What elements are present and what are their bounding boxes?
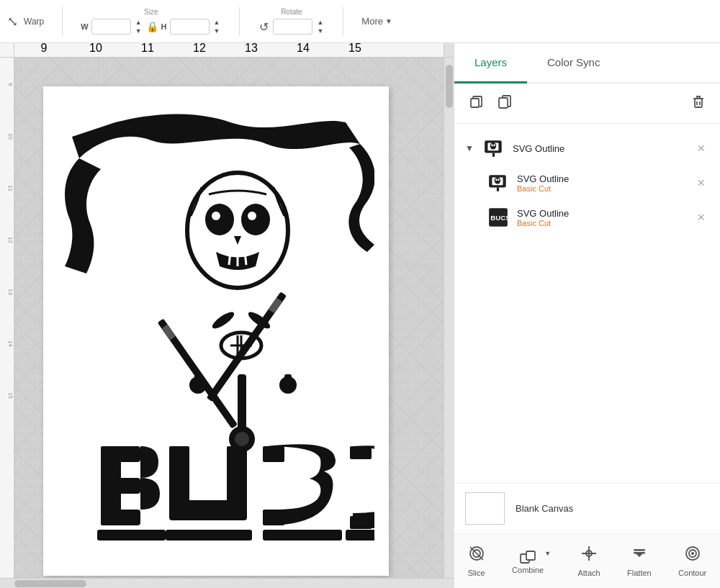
layer-child2-close-btn[interactable]: ✕ [693,210,709,225]
contour-button[interactable]: Contour [670,541,715,581]
contour-svg-icon [684,545,701,562]
rotate-up-btn[interactable]: ▲ [315,19,325,27]
combine-arrow-icon: ▼ [544,550,551,557]
ruler-mark-9: 9 [18,43,70,54]
rotate-down-btn[interactable]: ▼ [315,27,325,35]
ruler-left: 9 10 11 12 13 14 15 [0,58,14,578]
ruler-mark-10: 10 [70,43,122,54]
rotate-input[interactable] [273,19,312,35]
slice-svg-icon [468,545,485,562]
h-up-btn[interactable]: ▲ [212,19,222,27]
rlm-2: 11 [0,161,14,213]
layers-list[interactable]: ▼ SVG Outline [454,124,720,483]
layer-child1-icon [487,171,510,194]
right-panel: Layers Color Sync [454,43,720,588]
canvas-viewport[interactable] [14,58,444,578]
svg-point-25 [235,432,249,446]
w-arrows: ▲ ▼ [134,19,143,35]
blank-canvas-label: Blank Canvas [516,503,573,514]
svg-rect-38 [350,446,372,459]
scroll-right[interactable] [444,58,454,578]
flatten-icon [631,545,648,566]
svg-rect-20 [194,374,202,392]
svg-rect-40 [346,530,374,540]
scroll-bottom[interactable] [0,578,454,588]
h-down-btn[interactable]: ▼ [212,27,222,35]
duplicate-layer-btn[interactable] [465,91,487,116]
height-input[interactable] [170,19,210,35]
layer-chevron-icon[interactable]: ▼ [465,143,475,153]
svg-rect-57 [497,187,499,191]
slice-button[interactable]: Slice [459,541,494,581]
layer-child-item-2[interactable]: BUCS SVG Outline Basic Cut ✕ [476,200,720,235]
divider-3 [343,7,343,36]
divider-2 [239,7,240,36]
canvas-with-rulers: 9 10 11 12 13 14 15 9 10 11 12 13 [0,43,454,588]
scroll-corner [444,43,454,58]
svg-rect-39 [350,516,372,529]
svg-rect-22 [284,374,292,392]
svg-rect-36 [263,510,284,525]
layer-info-child1: SVG Outline Basic Cut [517,173,686,193]
layer-info-group: SVG Outline [513,143,686,154]
combine-button[interactable]: Combine ▼ [503,545,559,578]
layer-child1-close-btn[interactable]: ✕ [693,176,709,190]
ruler-mark-15: 15 [329,43,381,54]
w-down-btn[interactable]: ▼ [134,27,143,35]
scroll-thumb-h[interactable] [14,580,86,587]
blank-canvas-section: Blank Canvas [454,483,720,533]
width-input[interactable] [91,19,131,35]
svg-rect-64 [526,551,535,560]
ruler-top-row: 9 10 11 12 13 14 15 [0,43,454,58]
layer-icon-group [482,137,505,160]
w-up-btn[interactable]: ▲ [134,19,143,27]
w-prefix: W [81,22,88,31]
delete-layer-btn[interactable] [688,91,709,116]
svg-rect-37 [263,530,342,540]
slice-icon [468,545,485,566]
rlm-6: 15 [0,368,14,420]
svg-point-50 [493,144,495,146]
svg-rect-51 [492,153,495,156]
lock-icon[interactable]: 🔒 [146,21,158,32]
divider-1 [62,7,63,36]
svg-rect-35 [263,446,284,462]
ruler-mark-12: 12 [174,43,225,54]
scroll-thumb-v[interactable] [446,65,453,108]
rotate-btn[interactable]: ↺ [258,19,270,35]
tab-color-sync[interactable]: Color Sync [527,43,620,83]
rlm-1: 10 [0,109,14,161]
layer-close-btn[interactable]: ✕ [693,141,709,155]
rlm-0: 9 [0,58,14,109]
more-button[interactable]: More ▼ [361,16,392,27]
ruler-mark-14: 14 [277,43,329,54]
rlm-3: 12 [0,213,14,265]
flatten-button[interactable]: Flatten [618,541,660,581]
ruler-top: 9 10 11 12 13 14 15 [14,43,444,58]
svg-point-4 [241,204,270,235]
skull-flag-small-icon [487,172,509,194]
panel-toolbar [454,83,720,124]
flatten-svg-icon [631,545,648,562]
layer-child2-icon: BUCS [487,206,510,229]
svg-rect-67 [634,552,645,554]
warp-icon[interactable]: ⤡ [7,14,18,30]
svg-rect-42 [499,98,508,108]
slice-label: Slice [468,569,485,577]
layer-item-group[interactable]: ▼ SVG Outline [454,131,720,166]
artwork-svg [58,101,374,561]
copy-layer-btn[interactable] [494,91,516,116]
svg-point-49 [491,144,493,146]
attach-button[interactable]: Attach [569,541,608,581]
svg-point-5 [248,212,256,220]
layer-child-item-1[interactable]: SVG Outline Basic Cut ✕ [476,166,720,200]
svg-rect-30 [97,530,166,540]
rlm-4: 13 [0,265,14,317]
canvas-paper[interactable] [43,86,389,576]
svg-rect-28 [101,478,140,494]
tab-layers[interactable]: Layers [454,43,527,83]
svg-text:BUCS: BUCS [490,214,509,222]
duplicate-icon [468,94,484,109]
contour-label: Contour [678,569,706,577]
svg-point-2 [205,204,234,235]
